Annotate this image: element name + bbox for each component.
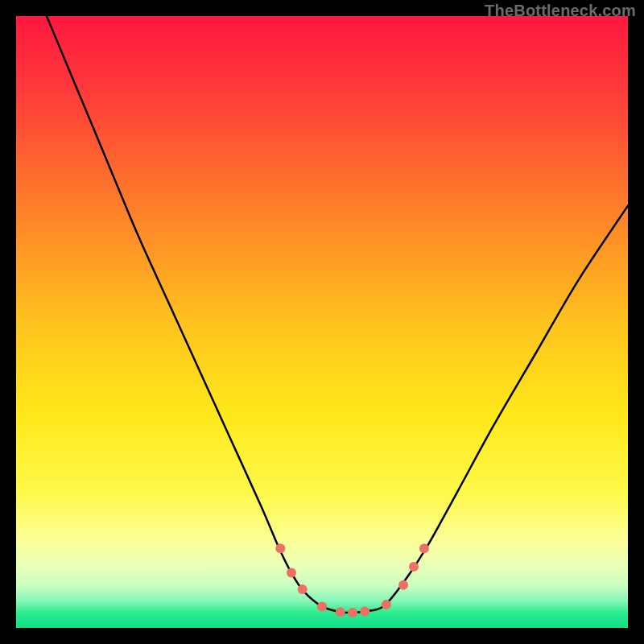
marker-point — [409, 562, 419, 572]
marker-point — [336, 607, 345, 617]
attribution-text: TheBottleneck.com — [485, 2, 636, 20]
marker-point — [287, 568, 296, 578]
marker-point — [317, 601, 327, 611]
marker-point — [348, 608, 357, 617]
marker-point — [398, 580, 408, 590]
plot-area — [16, 16, 628, 628]
bottleneck-curve — [47, 16, 628, 613]
marker-point — [360, 606, 369, 616]
marker-point — [382, 600, 391, 609]
marker-point — [419, 543, 429, 553]
marker-point — [275, 543, 285, 553]
marker-point — [298, 584, 308, 594]
chart-curve-layer — [16, 16, 628, 628]
chart-frame: TheBottleneck.com — [0, 0, 644, 644]
